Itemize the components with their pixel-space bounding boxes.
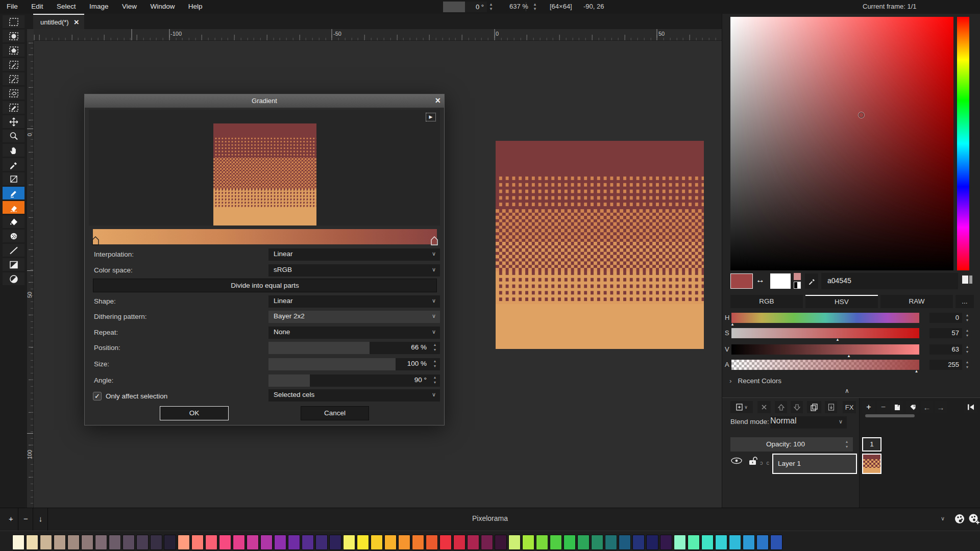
spinner-arrows[interactable]: ▴▾ — [432, 359, 438, 369]
layer-row[interactable]: ɔ c Layer 1 — [722, 454, 980, 475]
palette-swatch[interactable] — [136, 535, 149, 550]
color-picker-tool-icon[interactable] — [3, 158, 24, 171]
bucket-tool-icon[interactable] — [3, 215, 24, 228]
hue-slider[interactable]: ▴ — [731, 313, 919, 323]
crop-tool-icon[interactable] — [3, 172, 24, 185]
palette-swatch[interactable] — [233, 535, 245, 550]
palette-name[interactable]: Pixelorama — [0, 514, 980, 522]
menu-file[interactable]: File — [1, 0, 23, 10]
move-layer-up-button[interactable] — [775, 401, 787, 413]
layer-fx-button[interactable]: FX — [843, 401, 856, 413]
palette-swatch[interactable] — [701, 535, 714, 550]
value-slider[interactable]: ▴ — [731, 344, 919, 355]
timeline-scrollbar[interactable] — [865, 414, 915, 417]
palette-swatch[interactable] — [646, 535, 658, 550]
move-tool-icon[interactable] — [3, 115, 24, 128]
palette-swatch[interactable] — [164, 535, 176, 550]
mini-color-swatch[interactable] — [794, 273, 801, 280]
palette-swatch[interactable] — [550, 535, 562, 550]
colorspace-dropdown[interactable]: sRGB ∨ — [268, 264, 440, 277]
palette-swatch[interactable] — [495, 535, 507, 550]
value-spinbox[interactable]: 63 — [929, 344, 962, 355]
blend-mode-dropdown[interactable]: Normal ∨ — [770, 416, 847, 429]
rotation-spinner[interactable]: ▴▾ — [488, 2, 494, 12]
eraser-tool-icon[interactable] — [3, 201, 24, 214]
polygon-select-tool-icon[interactable] — [3, 44, 24, 57]
frame-number-cell[interactable]: 1 — [862, 437, 881, 452]
spinner-arrows[interactable]: ▴▾ — [964, 360, 970, 370]
palette-swatch[interactable] — [398, 535, 410, 550]
hex-color-input[interactable]: a04545 — [821, 273, 958, 289]
palette-options-icon[interactable] — [953, 513, 966, 525]
select-by-color-tool-icon[interactable] — [3, 58, 24, 71]
angle-slider[interactable]: 90 ° ▴▾ — [268, 374, 440, 387]
position-slider[interactable]: 66 % ▴▾ — [268, 342, 440, 354]
palette-swatch[interactable] — [54, 535, 66, 550]
palette-swatch[interactable] — [288, 535, 300, 550]
palette-swatch[interactable] — [40, 535, 52, 550]
layer-name-field[interactable]: Layer 1 — [772, 454, 857, 474]
palette-swatch[interactable] — [12, 535, 24, 550]
line-tool-icon[interactable] — [3, 244, 24, 257]
cels-dropdown[interactable]: Selected cels ∨ — [268, 389, 440, 402]
palette-swatch[interactable] — [688, 535, 700, 550]
shading-tool-icon[interactable] — [3, 230, 24, 242]
default-colors-swatch[interactable] — [794, 282, 801, 289]
palette-swatch[interactable] — [81, 535, 93, 550]
alpha-spinbox[interactable]: 255 — [929, 360, 962, 370]
palette-swatch[interactable] — [729, 535, 741, 550]
slider-cursor[interactable]: ▴ — [837, 337, 839, 342]
merge-layer-button[interactable] — [825, 401, 837, 413]
zoom-value[interactable]: 637 % — [509, 3, 528, 10]
tab-raw[interactable]: RAW — [880, 295, 953, 308]
spinner-arrows[interactable]: ▴▾ — [964, 328, 970, 338]
layer-lock-button[interactable] — [748, 456, 759, 468]
lasso-tool-icon[interactable] — [3, 87, 24, 99]
size-slider[interactable]: 100 % ▴▾ — [268, 358, 440, 370]
palette-swatch[interactable] — [564, 535, 576, 550]
palette-swatch[interactable] — [619, 535, 631, 550]
pan-tool-icon[interactable] — [3, 144, 24, 157]
ok-button[interactable]: OK — [160, 406, 229, 420]
clone-layer-button[interactable] — [807, 401, 821, 413]
tab-rgb[interactable]: RGB — [730, 295, 803, 308]
menu-image[interactable]: Image — [84, 0, 114, 10]
primary-color-swatch[interactable] — [730, 273, 753, 289]
palette-swatch[interactable] — [205, 535, 217, 550]
palette-swatch[interactable] — [247, 535, 259, 550]
chevron-down-icon[interactable]: ∨ — [941, 515, 945, 522]
divide-equal-parts-button[interactable]: Divide into equal parts — [93, 279, 437, 292]
palette-swatch[interactable] — [756, 535, 769, 550]
gradient-stop-left[interactable] — [92, 236, 99, 245]
animate-preview-icon[interactable]: ▶ — [426, 113, 436, 121]
menu-help[interactable]: Help — [183, 0, 208, 10]
repeat-dropdown[interactable]: None ∨ — [268, 327, 440, 339]
palette-swatch[interactable] — [191, 535, 204, 550]
eyedropper-button[interactable] — [805, 273, 818, 289]
spinner-arrows[interactable]: ▴▾ — [432, 375, 438, 385]
dialog-close-icon[interactable]: × — [435, 95, 440, 106]
gradient-editor-bar[interactable] — [93, 229, 437, 244]
interpolation-dropdown[interactable]: Linear ∨ — [268, 248, 440, 261]
palette-swatch[interactable] — [467, 535, 479, 550]
previous-frame-button[interactable]: ← — [921, 401, 933, 413]
remove-frame-button[interactable]: − — [877, 401, 890, 413]
palette-swatch[interactable] — [178, 535, 190, 550]
palette-swatch[interactable] — [660, 535, 672, 550]
palette-swatch[interactable] — [577, 535, 590, 550]
secondary-color-swatch[interactable] — [770, 273, 791, 289]
menu-view[interactable]: View — [116, 0, 142, 10]
palette-swatch[interactable] — [95, 535, 107, 550]
frame-tag-button[interactable] — [906, 401, 919, 413]
pencil-tool-icon[interactable] — [3, 187, 24, 199]
swap-colors-icon[interactable]: ↔ — [756, 275, 765, 285]
layer-visibility-button[interactable] — [729, 456, 744, 468]
hue-strip[interactable] — [957, 17, 969, 270]
palette-swatch[interactable] — [274, 535, 286, 550]
menu-select[interactable]: Select — [51, 0, 82, 10]
palette-swatch[interactable] — [632, 535, 645, 550]
palette-swatch[interactable] — [122, 535, 135, 550]
palette-swatch[interactable] — [522, 535, 534, 550]
picker-cursor[interactable] — [859, 112, 864, 118]
palette-swatch[interactable] — [315, 535, 328, 550]
